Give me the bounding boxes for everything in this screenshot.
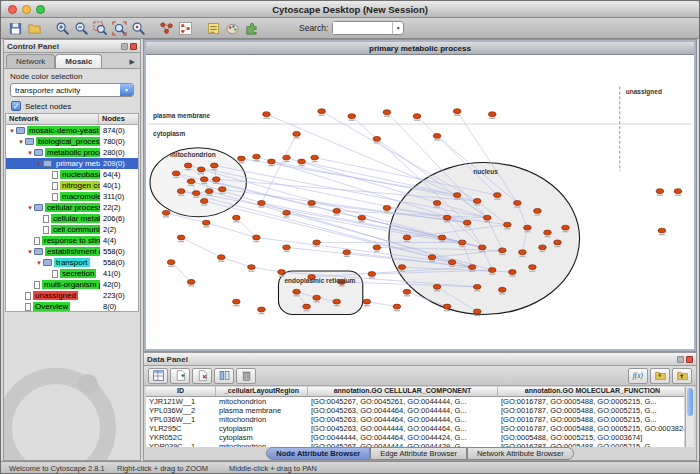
first-neighbors-icon[interactable]	[157, 19, 176, 37]
search-input[interactable]	[333, 22, 392, 34]
network-node[interactable]	[544, 230, 552, 235]
network-node[interactable]	[358, 215, 366, 220]
tree-row[interactable]: Overview8(0)	[6, 301, 138, 312]
network-node[interactable]	[263, 112, 271, 117]
network-node[interactable]	[453, 193, 461, 198]
network-node[interactable]	[197, 167, 205, 172]
network-node[interactable]	[656, 189, 664, 194]
checkbox-checked-icon[interactable]: ✓	[11, 101, 21, 111]
network-node[interactable]	[200, 177, 208, 182]
network-node[interactable]	[433, 133, 441, 138]
vizmapper-icon[interactable]	[223, 19, 242, 37]
network-node[interactable]	[443, 304, 451, 309]
network-node[interactable]	[453, 109, 461, 114]
tree-row[interactable]: ▾cellular process22(2)	[6, 202, 138, 213]
tree-row[interactable]: response to stimul...4(4)	[6, 235, 138, 246]
network-node[interactable]	[539, 245, 547, 250]
tree-row[interactable]: unassigned223(0)	[6, 290, 138, 301]
table-row[interactable]: YKR052Ccytoplasm[GO:0044444, GO:0044464,…	[146, 433, 684, 442]
zoom-selected-icon[interactable]	[91, 19, 110, 37]
zoom-fit-icon[interactable]	[110, 19, 129, 37]
save-icon[interactable]	[6, 19, 25, 37]
network-node[interactable]	[504, 222, 512, 227]
network-node[interactable]	[192, 191, 200, 196]
tree-row[interactable]: ▾transport558(0)	[6, 257, 138, 268]
table-row[interactable]: YJR121W__1mitochondrion[GO:0045267, GO:0…	[146, 397, 684, 406]
network-node[interactable]	[674, 189, 682, 194]
chevron-down-icon[interactable]: ▼	[120, 84, 133, 96]
network-node[interactable]	[403, 289, 411, 294]
table-row[interactable]: YPL036W__2plasma membrane[GO:0045263, GO…	[146, 406, 684, 415]
column-header[interactable]: ID	[146, 387, 216, 397]
plugins-icon[interactable]	[242, 19, 261, 37]
network-node[interactable]	[212, 177, 220, 182]
network-node[interactable]	[258, 201, 266, 206]
network-node[interactable]	[253, 154, 261, 159]
network-node[interactable]	[177, 189, 185, 194]
tree-column-network[interactable]: Network	[6, 114, 99, 124]
network-node[interactable]	[172, 171, 180, 176]
network-node[interactable]	[278, 270, 286, 275]
network-node[interactable]	[383, 110, 391, 115]
expander-icon[interactable]: ▾	[17, 138, 25, 146]
network-node[interactable]	[167, 260, 175, 265]
tree-row[interactable]: nucleobase...64(4)	[6, 169, 138, 180]
network-node[interactable]	[383, 205, 391, 210]
network-node[interactable]	[205, 189, 213, 194]
network-node[interactable]	[368, 272, 376, 277]
network-node[interactable]	[298, 159, 306, 164]
network-node[interactable]	[473, 284, 481, 289]
tree-column-nodes[interactable]: Nodes	[99, 114, 125, 124]
tab-node-attribute-browser[interactable]: Node Attribute Browser	[266, 447, 370, 460]
tree-row[interactable]: secretion41(0)	[6, 268, 138, 279]
export-attributes-icon[interactable]	[672, 368, 692, 384]
expander-icon[interactable]: ▾	[26, 248, 34, 256]
network-node[interactable]	[398, 265, 406, 270]
network-node[interactable]	[283, 245, 291, 250]
network-node[interactable]	[534, 208, 542, 213]
network-node[interactable]	[393, 304, 401, 309]
network-node[interactable]	[403, 235, 411, 240]
network-node[interactable]	[233, 299, 241, 304]
select-attributes-icon[interactable]	[148, 368, 168, 384]
network-node[interactable]	[200, 199, 208, 204]
network-node[interactable]	[458, 240, 466, 245]
network-node[interactable]	[519, 250, 527, 255]
tree-row[interactable]: cellular metabo...206(6)	[6, 213, 138, 224]
tree-row[interactable]: multi-organism pro...42(0)	[6, 279, 138, 290]
expander-icon[interactable]: ▾	[35, 259, 43, 267]
network-node[interactable]	[268, 159, 276, 164]
create-attribute-icon[interactable]	[170, 368, 190, 384]
network-node[interactable]	[529, 265, 537, 270]
window-titlebar[interactable]: Cytoscape Desktop (New Session)	[1, 1, 699, 18]
network-node[interactable]	[463, 220, 471, 225]
expander-icon[interactable]: ▾	[35, 160, 43, 168]
search-box[interactable]: ▼	[332, 21, 404, 35]
network-node[interactable]	[493, 193, 501, 198]
tree-row[interactable]: ▾mosaic-demo-yeast874(0)	[6, 125, 138, 136]
network-node[interactable]	[311, 155, 319, 160]
network-node[interactable]	[238, 156, 246, 161]
network-node[interactable]	[443, 215, 451, 220]
network-node[interactable]	[187, 279, 195, 284]
network-canvas[interactable]: plasma membranecytoplasmmitochondrionnuc…	[146, 55, 694, 349]
network-node[interactable]	[478, 245, 486, 250]
network-node[interactable]	[233, 215, 241, 220]
network-node[interactable]	[473, 199, 481, 204]
tab-network-attribute-browser[interactable]: Network Attribute Browser	[467, 447, 574, 460]
network-node[interactable]	[162, 210, 170, 215]
float-panel-icon[interactable]	[677, 356, 684, 363]
tree-row[interactable]: ▾biological_process780(0)	[6, 136, 138, 147]
network-node[interactable]	[433, 284, 441, 289]
network-node[interactable]	[433, 201, 441, 206]
network-node[interactable]	[313, 240, 321, 245]
tree-row[interactable]: macromolecule...311(0)	[6, 191, 138, 202]
network-node[interactable]	[373, 245, 381, 250]
tree-row[interactable]: ▾primary metab...209(0)	[6, 158, 138, 169]
column-header[interactable]: annotation.GO CELLULAR_COMPONENT	[308, 387, 498, 397]
network-node[interactable]	[483, 215, 491, 220]
tab-edge-attribute-browser[interactable]: Edge Attribute Browser	[370, 447, 467, 460]
network-node[interactable]	[488, 268, 496, 273]
network-node[interactable]	[258, 307, 266, 312]
network-node[interactable]	[524, 225, 532, 230]
